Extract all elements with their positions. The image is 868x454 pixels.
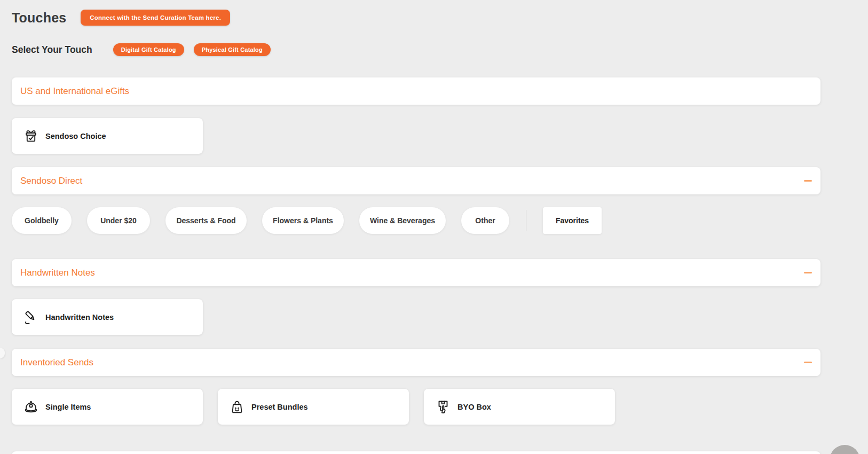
inventoried-cards-row: Single Items Preset Bundles: [12, 389, 820, 425]
filter-pill-desserts-food[interactable]: Desserts & Food: [165, 207, 247, 234]
partial-section-bar[interactable]: [12, 451, 820, 454]
section-bar-sendoso-direct[interactable]: Sendoso Direct: [12, 167, 820, 194]
marker-pen-icon: [22, 309, 40, 326]
filter-divider: [526, 210, 526, 231]
page-header: Touches Connect with the Send Curation T…: [12, 10, 820, 26]
card-handwritten-notes[interactable]: Handwritten Notes: [12, 299, 203, 335]
card-label: Sendoso Choice: [45, 132, 106, 140]
touches-page: Touches Connect with the Send Curation T…: [12, 0, 820, 454]
select-touch-header: Select Your Touch Digital Gift Catalog P…: [12, 43, 820, 56]
section-bar-inventoried-sends[interactable]: Inventoried Sends: [12, 349, 820, 376]
section-bar-egifts[interactable]: US and International eGifts: [12, 77, 820, 105]
section-title-sendoso-direct: Sendoso Direct: [20, 176, 82, 186]
filter-pill-wine-beverages[interactable]: Wine & Beverages: [359, 207, 446, 234]
collapse-minus-icon[interactable]: [804, 272, 812, 273]
favorites-button[interactable]: Favorites: [543, 207, 602, 234]
filter-pill-other[interactable]: Other: [461, 207, 509, 234]
collapse-minus-icon[interactable]: [804, 180, 812, 182]
select-touch-title: Select Your Touch: [12, 44, 92, 56]
card-byo-box[interactable]: BYO Box: [424, 389, 615, 425]
card-label: Handwritten Notes: [45, 313, 114, 322]
card-label: BYO Box: [457, 403, 491, 411]
digital-gift-catalog-button[interactable]: Digital Gift Catalog: [113, 43, 184, 56]
box-hand-icon: [435, 398, 452, 416]
collapse-minus-icon[interactable]: [804, 362, 812, 363]
filter-pill-goldbelly[interactable]: Goldbelly: [12, 207, 72, 234]
connect-curation-team-button[interactable]: Connect with the Send Curation Team here…: [81, 10, 230, 26]
physical-gift-catalog-button[interactable]: Physical Gift Catalog: [194, 43, 271, 56]
section-title-handwritten-notes: Handwritten Notes: [20, 268, 95, 278]
card-single-items[interactable]: Single Items: [12, 389, 203, 425]
gift-check-icon: [22, 128, 40, 145]
section-bar-handwritten-notes[interactable]: Handwritten Notes: [12, 259, 820, 286]
card-label: Single Items: [45, 403, 91, 411]
filter-pill-flowers-plants[interactable]: Flowers & Plants: [262, 207, 344, 234]
section-title-egifts: US and International eGifts: [20, 86, 129, 97]
shopping-bag-smile-icon: [228, 398, 246, 416]
direct-filter-row: Goldbelly Under $20 Desserts & Food Flow…: [12, 207, 820, 234]
cap-icon: [22, 398, 40, 416]
card-label: Preset Bundles: [251, 403, 308, 411]
page-title: Touches: [12, 10, 66, 26]
card-sendoso-choice[interactable]: Sendoso Choice: [12, 118, 203, 154]
chat-launcher-button[interactable]: [830, 445, 860, 454]
filter-pill-under-20[interactable]: Under $20: [87, 207, 150, 234]
side-drawer-handle[interactable]: [0, 348, 5, 358]
section-title-inventoried-sends: Inventoried Sends: [20, 357, 93, 368]
card-preset-bundles[interactable]: Preset Bundles: [218, 389, 409, 425]
